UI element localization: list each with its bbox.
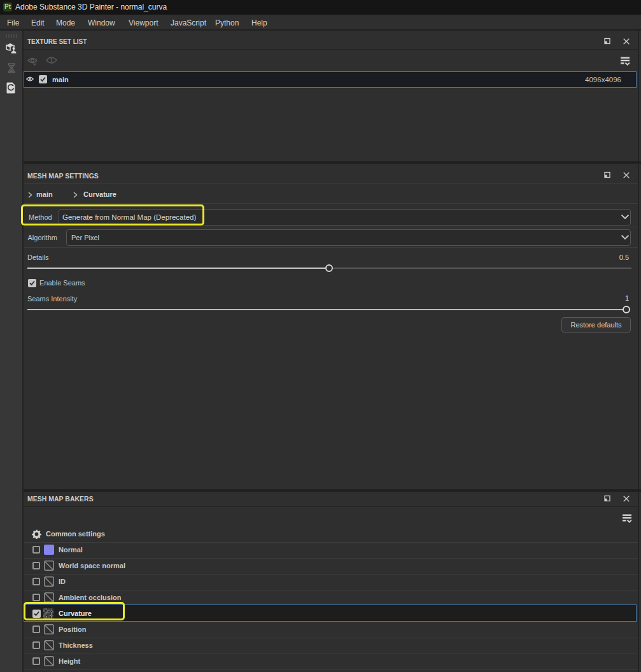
svg-text:1: 1 xyxy=(50,57,53,64)
